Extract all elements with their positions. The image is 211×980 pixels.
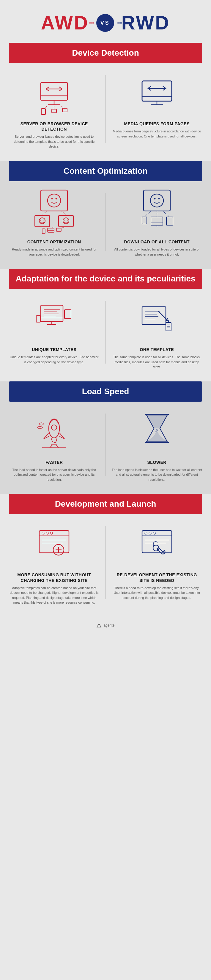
svg-rect-55 <box>36 316 40 322</box>
svg-line-35 <box>42 227 44 229</box>
svg-line-44 <box>163 211 170 217</box>
device-detection-awd-desc: Server- and browser-based device detecti… <box>9 134 100 149</box>
adaptation-rwd: ONE TEMPLATE The same template is used f… <box>112 295 202 369</box>
svg-point-94 <box>149 532 151 535</box>
svg-rect-46 <box>151 217 163 225</box>
svg-point-71 <box>51 425 57 430</box>
svg-line-7 <box>62 106 65 109</box>
load-speed-columns: FASTER The load speed is faster as the s… <box>0 402 211 485</box>
svg-rect-25 <box>59 215 73 227</box>
svg-point-95 <box>153 532 155 535</box>
dots-left: ···· <box>89 19 93 27</box>
adaptation-rwd-title: ONE TEMPLATE <box>140 347 174 352</box>
adaptation-awd: UNIQUE TEMPLATES Unique templates are ad… <box>9 295 100 369</box>
svg-rect-60 <box>142 307 166 325</box>
device-detection-columns: SERVER OR BROWSER DEVICE DETECTION Serve… <box>0 63 211 152</box>
svg-point-19 <box>51 198 53 199</box>
section-header-dev-launch: Development and Launch <box>9 494 202 514</box>
svg-point-93 <box>145 532 147 535</box>
svg-rect-50 <box>41 305 63 321</box>
load-speed-awd-icon <box>9 407 100 455</box>
svg-rect-8 <box>41 108 46 115</box>
svg-point-23 <box>40 220 41 220</box>
header: AWD ···· VS ···· RWD <box>0 0 211 43</box>
svg-point-80 <box>157 430 158 431</box>
content-opt-rwd-icon <box>112 187 202 235</box>
section-adaptation: Adaptation for the device and its peculi… <box>0 269 211 382</box>
dev-launch-rwd-title: RE-DEVELOPMENT OF THE EXISTING SITE IS N… <box>112 572 202 583</box>
content-opt-rwd-title: DOWNLOAD OF ALL CONTENT <box>124 239 190 245</box>
dev-launch-rwd: RE-DEVELOPMENT OF THE EXISTING SITE IS N… <box>112 520 202 605</box>
device-detection-rwd-title: MEDIA QUERIES FORM PAGES <box>124 121 190 126</box>
svg-rect-66 <box>166 323 171 331</box>
svg-rect-12 <box>142 81 172 101</box>
content-opt-columns: CONTENT OPTIMIZATION Ready-made in advan… <box>0 181 211 260</box>
svg-rect-9 <box>52 109 57 113</box>
svg-line-30 <box>62 211 66 215</box>
adaptation-columns: UNIQUE TEMPLATES Unique templates are ad… <box>0 289 211 372</box>
load-speed-awd: FASTER The load speed is faster as the s… <box>9 407 100 482</box>
rwd-label: RWD <box>121 12 170 34</box>
section-device-detection: Device Detection <box>0 43 211 161</box>
content-opt-awd: CONTENT OPTIMIZATION Ready-made in advan… <box>9 187 100 257</box>
svg-rect-49 <box>167 217 173 225</box>
svg-point-79 <box>155 431 156 432</box>
footer-brand: agente <box>104 623 115 627</box>
load-speed-rwd-icon <box>112 407 202 455</box>
dev-launch-awd-desc: Adaptive templates can be created based … <box>9 585 100 605</box>
dev-launch-awd-title: MORE CONSUMING BUT WITHOUT CHANGING THE … <box>9 572 100 583</box>
device-detection-rwd-icon <box>112 69 202 117</box>
svg-point-40 <box>154 198 155 199</box>
device-detection-awd-title: SERVER OR BROWSER DEVICE DETECTION <box>9 121 100 132</box>
svg-point-28 <box>67 220 68 220</box>
footer: agente <box>0 617 211 634</box>
svg-point-84 <box>46 532 48 535</box>
awd-label: AWD <box>41 12 89 34</box>
dots-right: ···· <box>117 19 122 27</box>
svg-point-83 <box>42 532 44 535</box>
device-detection-awd-icon <box>9 69 100 117</box>
section-header-load-speed: Load Speed <box>9 382 202 402</box>
svg-point-18 <box>48 194 60 207</box>
dev-launch-rwd-icon <box>112 520 202 568</box>
load-speed-awd-title: FASTER <box>46 460 63 465</box>
svg-point-78 <box>156 429 157 431</box>
content-opt-rwd-desc: All content is downloaded for all types … <box>112 247 202 257</box>
svg-marker-99 <box>97 624 101 627</box>
vs-bubble: VS <box>96 14 114 32</box>
section-header-adaptation: Adaptation for the device and its peculi… <box>9 269 202 289</box>
device-detection-rwd-desc: Media queries form page structure in acc… <box>112 129 202 138</box>
svg-rect-81 <box>39 530 69 553</box>
footer-logo-icon <box>97 623 102 628</box>
dev-launch-rwd-desc: There's a need to re-develop the existin… <box>112 585 202 600</box>
content-opt-awd-title: CONTENT OPTIMIZATION <box>27 239 81 245</box>
load-speed-awd-desc: The load speed is faster as the server d… <box>9 468 100 482</box>
svg-line-61 <box>159 311 169 321</box>
section-header-device-detection: Device Detection <box>9 43 202 63</box>
section-development-launch: Development and Launch <box>0 494 211 617</box>
dev-launch-columns: MORE CONSUMING BUT WITHOUT CHANGING THE … <box>0 514 211 608</box>
svg-rect-54 <box>65 310 71 319</box>
content-opt-awd-desc: Ready-made in advance and optimized cont… <box>9 247 100 257</box>
svg-rect-45 <box>142 217 147 224</box>
content-opt-awd-icon <box>9 187 100 235</box>
adaptation-awd-icon <box>9 295 100 342</box>
content-opt-rwd: DOWNLOAD OF ALL CONTENT All content is d… <box>112 187 202 257</box>
svg-rect-33 <box>42 229 45 234</box>
device-detection-rwd: MEDIA QUERIES FORM PAGES Media queries f… <box>112 69 202 149</box>
svg-rect-38 <box>144 190 170 211</box>
load-speed-rwd-title: SLOWER <box>148 460 167 465</box>
section-load-speed: Load Speed <box>0 382 211 494</box>
adaptation-awd-desc: Unique templates are adapted for every d… <box>9 355 100 364</box>
adaptation-rwd-desc: The same template is used for all device… <box>112 355 202 369</box>
svg-line-29 <box>42 211 47 215</box>
svg-rect-21 <box>35 215 50 227</box>
dev-launch-awd: MORE CONSUMING BUT WITHOUT CHANGING THE … <box>9 520 100 605</box>
dev-launch-awd-icon <box>9 520 100 568</box>
load-speed-rwd-desc: The load speed is slower as the user has… <box>112 468 202 482</box>
adaptation-rwd-icon <box>112 295 202 342</box>
load-speed-rwd: SLOWER The load speed is slower as the u… <box>112 407 202 482</box>
svg-point-20 <box>56 198 57 199</box>
svg-point-24 <box>44 220 44 220</box>
svg-line-42 <box>144 211 151 217</box>
